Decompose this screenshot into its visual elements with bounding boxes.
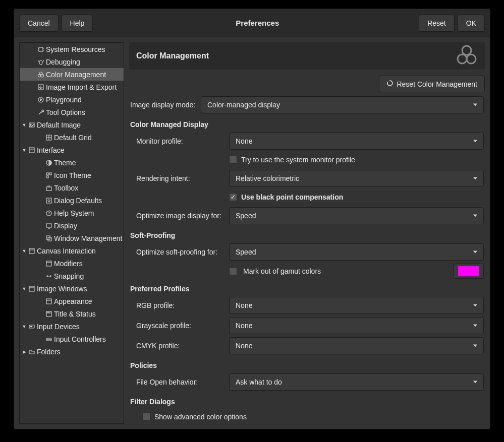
optimize-softproof-select[interactable]: Speed [229, 243, 484, 261]
ok-button[interactable]: OK [458, 15, 485, 32]
svg-rect-0 [39, 47, 43, 51]
sidebar-item-title-status[interactable]: Title & Status [20, 307, 124, 320]
sidebar-item-appearance[interactable]: Appearance [20, 295, 124, 307]
section-color-managed-display: Color Managed Display [130, 120, 484, 129]
sidebar-item-window-management[interactable]: Window Management [20, 232, 124, 244]
sidebar-item-label: Debugging [46, 58, 80, 66]
reset-icon [386, 80, 394, 88]
titlebar: Cancel Help Preferences Reset OK [14, 9, 490, 37]
gamut-color-button[interactable] [454, 264, 484, 279]
sidebar-item-label: Canvas Interaction [37, 247, 96, 255]
sidebar-item-default-image[interactable]: ▼Default Image [20, 118, 124, 131]
sidebar-item-label: Tool Options [46, 108, 85, 116]
sidebar-item-color-management[interactable]: Color Management [20, 68, 124, 81]
grayscale-profile-label: Grayscale profile: [130, 322, 229, 330]
sidebar-item-modifiers[interactable]: Modifiers [20, 257, 124, 270]
show-advanced-checkbox[interactable] [142, 413, 150, 421]
rendering-intent-label: Rendering intent: [130, 174, 229, 182]
file-open-select[interactable]: Ask what to do [229, 373, 484, 391]
tree-arrow-icon: ▼ [21, 286, 28, 291]
svg-point-52 [462, 46, 471, 55]
sidebar-item-label: Appearance [54, 297, 92, 305]
sidebar-item-dialog-defaults[interactable]: Dialog Defaults [20, 194, 124, 207]
cmyk-profile-value: None [236, 342, 252, 350]
try-system-profile-checkbox[interactable] [229, 156, 237, 164]
svg-line-6 [38, 60, 39, 61]
try-system-profile-label: Try to use the system monitor profile [241, 156, 355, 164]
sidebar-item-canvas-interaction[interactable]: ▼Canvas Interaction [20, 244, 124, 257]
toolbox-icon [45, 184, 53, 192]
grid-icon [45, 134, 53, 142]
help-button[interactable]: Help [62, 15, 93, 32]
rgb-profile-select[interactable]: None [229, 297, 484, 314]
sidebar-item-theme[interactable]: Theme [20, 156, 124, 169]
black-point-checkbox[interactable] [229, 193, 237, 201]
rendering-intent-select[interactable]: Relative colorimetric [229, 170, 484, 187]
sidebar-item-label: Theme [54, 159, 76, 167]
theme-icon [45, 159, 53, 167]
dialog-body: System ResourcesDebuggingColor Managemen… [14, 37, 490, 429]
sidebar-item-image-windows[interactable]: ▼Image Windows [20, 282, 124, 295]
svg-rect-28 [46, 224, 51, 227]
reset-button[interactable]: Reset [419, 15, 455, 32]
svg-rect-41 [46, 299, 51, 304]
sidebar-item-input-controllers[interactable]: Input Controllers [20, 333, 124, 345]
svg-point-51 [49, 339, 50, 340]
svg-rect-34 [46, 261, 51, 266]
page-header: Color Management [129, 42, 485, 70]
sidebar-item-tool-options[interactable]: Tool Options [20, 106, 124, 118]
sidebar-item-image-import-export[interactable]: Image Import & Export [20, 81, 124, 93]
svg-point-53 [458, 54, 467, 64]
mark-gamut-checkbox[interactable] [229, 267, 237, 275]
bug-icon [37, 58, 45, 66]
svg-rect-22 [49, 173, 51, 175]
section-soft-proofing: Soft-Proofing [130, 231, 484, 239]
optimize-softproof-label: Optimize soft-proofing for: [130, 248, 229, 256]
title-icon [45, 310, 53, 318]
optimize-display-label: Optimize image display for: [130, 212, 229, 220]
sidebar-item-label: Title & Status [54, 310, 96, 318]
show-advanced-label: Show advanced color options [154, 413, 247, 421]
sidebar-item-label: System Resources [46, 45, 105, 53]
cancel-button[interactable]: Cancel [19, 15, 59, 32]
window-icon [28, 247, 36, 255]
sidebar-item-input-devices[interactable]: ▼Input Devices [20, 320, 124, 333]
monitor-profile-value: None [236, 137, 252, 145]
cmyk-profile-select[interactable]: None [229, 337, 484, 354]
svg-line-7 [43, 60, 44, 61]
sidebar-item-icon-theme[interactable]: Icon Theme [20, 169, 124, 181]
grayscale-profile-select[interactable]: None [229, 317, 484, 334]
preferences-tree[interactable]: System ResourcesDebuggingColor Managemen… [19, 42, 124, 424]
reset-color-management-label: Reset Color Management [397, 80, 477, 88]
sidebar-item-snapping[interactable]: Snapping [20, 270, 124, 282]
section-filter-dialogs: Filter Dialogs [130, 398, 484, 406]
color-management-icon [456, 44, 478, 68]
svg-point-26 [48, 200, 50, 202]
section-preferred-profiles: Preferred Profiles [130, 285, 484, 293]
svg-rect-25 [46, 198, 51, 203]
sidebar-item-label: Image Import & Export [46, 83, 117, 91]
window-icon [28, 146, 36, 154]
sidebar-item-label: Input Devices [37, 323, 80, 331]
optimize-display-select[interactable]: Speed [229, 207, 484, 224]
image-display-mode-label: Image display mode: [130, 101, 201, 109]
cmyk-profile-label: CMYK profile: [130, 342, 229, 350]
reset-color-management-button[interactable]: Reset Color Management [379, 76, 485, 92]
sidebar-item-toolbox[interactable]: Toolbox [20, 181, 124, 194]
svg-rect-39 [29, 286, 34, 291]
sidebar-item-label: Snapping [54, 272, 84, 280]
sidebar-item-interface[interactable]: ▼Interface [20, 144, 124, 156]
sidebar-item-debugging[interactable]: Debugging [20, 55, 124, 68]
sidebar-item-label: Playground [46, 96, 82, 104]
monitor-profile-select[interactable]: None [229, 133, 484, 150]
sidebar-item-system-resources[interactable]: System Resources [20, 43, 124, 55]
sidebar-item-help-system[interactable]: Help System [20, 207, 124, 219]
image-display-mode-select[interactable]: Color-managed display [201, 96, 484, 113]
sidebar-item-display[interactable]: Display [20, 219, 124, 232]
mark-gamut-label: Mark out of gamut colors [243, 267, 321, 275]
sidebar-item-default-grid[interactable]: Default Grid [20, 131, 124, 144]
sidebar-item-playground[interactable]: Playground [20, 93, 124, 106]
sidebar-item-folders[interactable]: ▶Folders [20, 345, 124, 358]
dialog-icon [45, 197, 53, 205]
section-policies: Policies [130, 361, 484, 369]
